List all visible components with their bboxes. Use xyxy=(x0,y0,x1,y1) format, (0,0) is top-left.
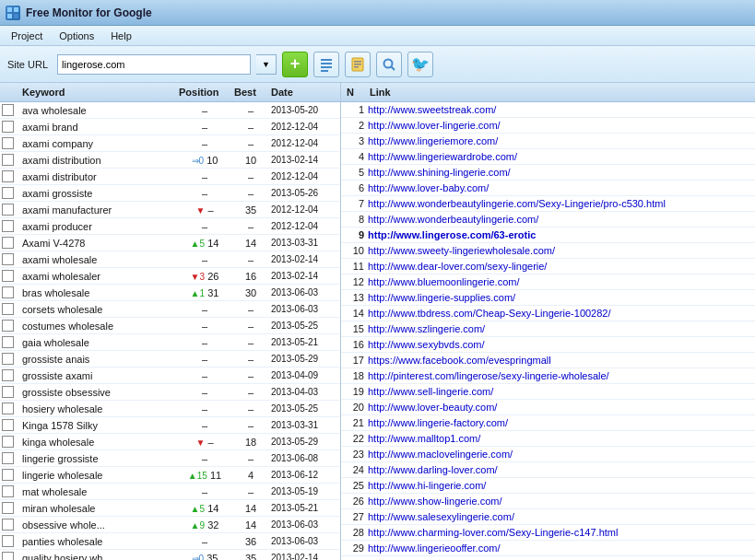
link-row[interactable]: 5http://www.shining-lingerie.com/ xyxy=(341,165,755,181)
link-cell[interactable]: http://www.lingeriemore.com/ xyxy=(368,135,751,146)
table-row[interactable]: axami grossiste––2013-05-26 xyxy=(0,185,340,202)
keyword-checkbox[interactable] xyxy=(2,419,14,431)
url-dropdown-arrow[interactable]: ▼ xyxy=(256,54,277,75)
menu-project[interactable]: Project xyxy=(4,29,50,43)
table-row[interactable]: axami wholesaler▼3 26162013-02-14 xyxy=(0,268,340,285)
keyword-checkbox[interactable] xyxy=(2,369,14,381)
table-row[interactable]: kinga wholesale▼ –182013-05-29 xyxy=(0,434,340,450)
keyword-checkbox[interactable] xyxy=(2,187,14,199)
link-row[interactable]: 20http://www.lover-beauty.com/ xyxy=(341,400,755,415)
link-row[interactable]: 1http://www.sweetstreak.com/ xyxy=(341,102,755,118)
link-cell[interactable]: http://www.szlingerie.com/ xyxy=(368,323,751,334)
link-row[interactable]: 12http://www.bluemoonlingerie.com/ xyxy=(341,274,755,290)
keyword-checkbox[interactable] xyxy=(2,386,14,398)
link-row[interactable]: 11http://www.dear-lover.com/sexy-lingeri… xyxy=(341,259,755,274)
table-row[interactable]: Kinga 1578 Silky––2013-03-31 xyxy=(0,417,340,434)
link-cell[interactable]: http://www.lingerose.com/63-erotic xyxy=(368,229,751,240)
link-row[interactable]: 26http://www.show-lingerie.com/ xyxy=(341,494,755,509)
link-cell[interactable]: http://pinterest.com/lingerose/sexy-ling… xyxy=(368,370,751,381)
link-row[interactable]: 9http://www.lingerose.com/63-erotic xyxy=(341,228,755,243)
link-cell[interactable]: http://www.wonderbeautylingerie.com/ xyxy=(368,214,751,225)
menu-options[interactable]: Options xyxy=(52,29,101,43)
link-row[interactable]: 8http://www.wonderbeautylingerie.com/ xyxy=(341,212,755,228)
table-row[interactable]: grossiste obsessive––2013-04-03 xyxy=(0,384,340,401)
link-row[interactable]: 24http://www.darling-lover.com/ xyxy=(341,462,755,478)
keyword-checkbox[interactable] xyxy=(2,204,14,216)
table-row[interactable]: axami producer––2012-12-04 xyxy=(0,218,340,235)
table-row[interactable]: Axami V-4278▲5 14142013-03-31 xyxy=(0,235,340,251)
table-row[interactable]: obsessive whole...▲9 32142013-06-03 xyxy=(0,517,340,533)
link-cell[interactable]: http://www.wonderbeautylingerie.com/Sexy… xyxy=(368,198,751,209)
keyword-checkbox[interactable] xyxy=(2,402,14,414)
link-cell[interactable]: http://www.show-lingerie.com/ xyxy=(368,496,751,507)
link-cell[interactable]: http://www.tbdress.com/Cheap-Sexy-Linger… xyxy=(368,308,751,319)
table-row[interactable]: axami company––2012-12-04 xyxy=(0,135,340,152)
link-row[interactable]: 19http://www.sell-lingerie.com/ xyxy=(341,384,755,400)
table-row[interactable]: axami distribution⇒0 10102013-02-14 xyxy=(0,152,340,169)
link-row[interactable]: 15http://www.szlingerie.com/ xyxy=(341,321,755,337)
link-cell[interactable]: http://www.dear-lover.com/sexy-lingerie/ xyxy=(368,261,751,272)
link-cell[interactable]: http://www.charming-lover.com/Sexy-Linge… xyxy=(368,527,751,538)
table-row[interactable]: miran wholesale▲5 14142013-05-21 xyxy=(0,500,340,517)
link-row[interactable]: 17https://www.facebook.com/evespringmall xyxy=(341,353,755,368)
keyword-checkbox[interactable] xyxy=(2,519,14,531)
link-row[interactable]: 22http://www.malltop1.com/ xyxy=(341,431,755,447)
keyword-checkbox[interactable] xyxy=(2,104,14,116)
link-row[interactable]: 13http://www.lingerie-supplies.com/ xyxy=(341,290,755,306)
link-cell[interactable]: http://www.sell-lingerie.com/ xyxy=(368,386,751,397)
link-row[interactable]: 25http://www.hi-lingerie.com/ xyxy=(341,478,755,494)
table-row[interactable]: grossiste anais––2013-05-29 xyxy=(0,351,340,368)
keyword-checkbox[interactable] xyxy=(2,154,14,166)
add-button[interactable]: + xyxy=(282,52,308,77)
table-row[interactable]: ava wholesale––2013-05-20 xyxy=(0,102,340,119)
table-row[interactable]: quality hosiery wh...⇒0 35352013-02-14 xyxy=(0,550,340,560)
link-row[interactable]: 29http://www.lingerieooffer.com/ xyxy=(341,541,755,556)
keyword-checkbox[interactable] xyxy=(2,353,14,365)
link-row[interactable]: 4http://www.lingeriewardrobe.com/ xyxy=(341,149,755,165)
link-cell[interactable]: http://www.lingerie-factory.com/ xyxy=(368,417,751,428)
list-button[interactable] xyxy=(313,52,339,77)
link-row[interactable]: 6http://www.lover-baby.com/ xyxy=(341,181,755,196)
keyword-checkbox[interactable] xyxy=(2,336,14,348)
link-cell[interactable]: http://www.maclovelingerie.com/ xyxy=(368,449,751,460)
link-cell[interactable]: https://www.facebook.com/evespringmall xyxy=(368,355,751,366)
link-cell[interactable]: http://www.salesexylingerie.com/ xyxy=(368,511,751,522)
link-row[interactable]: 23http://www.maclovelingerie.com/ xyxy=(341,447,755,462)
keyword-checkbox[interactable] xyxy=(2,485,14,497)
keyword-checkbox[interactable] xyxy=(2,220,14,232)
link-cell[interactable]: http://www.sexybvds.com/ xyxy=(368,339,751,350)
link-cell[interactable]: http://www.bluemoonlingerie.com/ xyxy=(368,276,751,287)
keyword-checkbox[interactable] xyxy=(2,303,14,315)
search-button[interactable] xyxy=(376,52,402,77)
menu-help[interactable]: Help xyxy=(103,29,139,43)
table-row[interactable]: bras wholesale▲1 31302013-06-03 xyxy=(0,285,340,301)
link-cell[interactable]: http://www.lover-baby.com/ xyxy=(368,182,751,193)
note-button[interactable] xyxy=(345,52,371,77)
keyword-checkbox[interactable] xyxy=(2,320,14,332)
keyword-checkbox[interactable] xyxy=(2,253,14,265)
table-row[interactable]: axami manufacturer▼ –352012-12-04 xyxy=(0,202,340,218)
link-cell[interactable]: http://www.darling-lover.com/ xyxy=(368,464,751,475)
link-cell[interactable]: http://www.sweetstreak.com/ xyxy=(368,104,751,115)
site-url-input[interactable] xyxy=(57,54,251,75)
link-cell[interactable]: http://www.lingerie-supplies.com/ xyxy=(368,292,751,303)
keyword-checkbox[interactable] xyxy=(2,552,14,560)
link-cell[interactable]: http://www.lover-lingerie.com/ xyxy=(368,120,751,131)
table-row[interactable]: lingerie wholesale▲15 1142013-06-12 xyxy=(0,467,340,484)
link-cell[interactable]: http://www.hi-lingerie.com/ xyxy=(368,480,751,491)
table-row[interactable]: axami distributor––2012-12-04 xyxy=(0,169,340,185)
link-row[interactable]: 27http://www.salesexylingerie.com/ xyxy=(341,509,755,525)
link-row[interactable]: 2http://www.lover-lingerie.com/ xyxy=(341,118,755,134)
link-row[interactable]: 10http://www.sweety-lingeriewholesale.co… xyxy=(341,243,755,259)
keyword-checkbox[interactable] xyxy=(2,469,14,481)
keyword-checkbox[interactable] xyxy=(2,170,14,182)
table-row[interactable]: axami wholesale––2013-02-14 xyxy=(0,251,340,268)
table-row[interactable]: axami brand––2012-12-04 xyxy=(0,119,340,135)
link-row[interactable]: 18http://pinterest.com/lingerose/sexy-li… xyxy=(341,368,755,384)
link-cell[interactable]: http://www.lingeriewardrobe.com/ xyxy=(368,151,751,162)
twitter-button[interactable]: 🐦 xyxy=(407,52,433,77)
keyword-checkbox[interactable] xyxy=(2,286,14,298)
link-row[interactable]: 7http://www.wonderbeautylingerie.com/Sex… xyxy=(341,196,755,212)
table-row[interactable]: panties wholesale–362013-06-03 xyxy=(0,533,340,550)
link-cell[interactable]: http://www.lingerieooffer.com/ xyxy=(368,542,751,554)
